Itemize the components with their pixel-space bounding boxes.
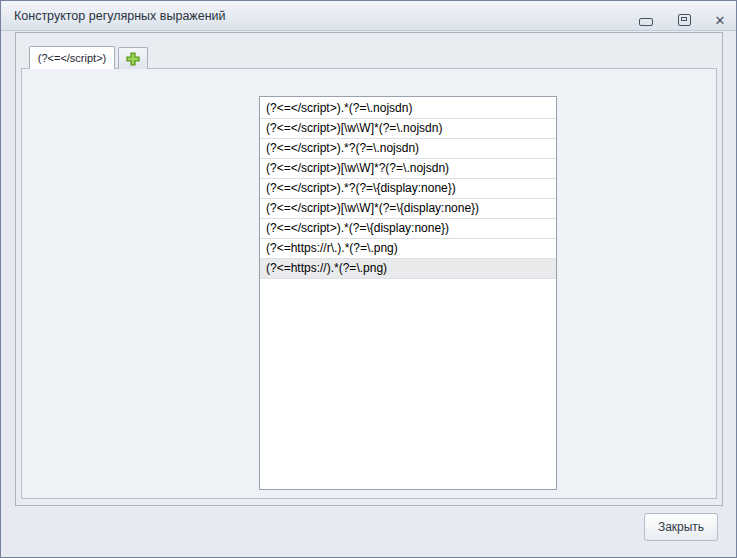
minimize-button[interactable] [637,12,655,28]
history-item[interactable]: (?<=https://).*(?=\.png) [260,259,556,279]
history-item[interactable]: (?<=</script>).*?(?=\{display:none}) [260,179,556,199]
history-item[interactable]: (?<=</script>).*(?=\{display:none}) [260,219,556,239]
regex-constructor-window: Конструктор регулярных выражений ✕ (?<=<… [0,0,737,558]
close-icon: ✕ [715,14,726,27]
restore-icon [678,14,691,26]
history-item[interactable]: (?<=</script>)[\w\W]*?(?=\.nojsdn) [260,159,556,179]
history-dropdown[interactable]: (?<=</script>).*(?=\.nojsdn)(?<=</script… [259,96,557,490]
plus-icon [125,51,141,67]
tab-regex[interactable]: (?<=</script>) [29,46,115,69]
window-title: Конструктор регулярных выражений [14,9,226,23]
close-button-titlebar[interactable]: ✕ [711,12,729,28]
minimize-icon [639,18,653,26]
add-tab-button[interactable] [118,47,148,69]
title-bar[interactable]: Конструктор регулярных выражений ✕ [1,1,736,31]
tab-label: (?<=</script>) [38,52,106,64]
history-item[interactable]: (?<=</script>).*(?=\.nojsdn) [260,99,556,119]
restore-button[interactable] [675,12,693,28]
history-item[interactable]: (?<=</script>).*?(?=\.nojsdn) [260,139,556,159]
close-button[interactable]: Закрыть [644,513,718,541]
history-item[interactable]: (?<=</script>)[\w\W]*(?=\{display:none}) [260,199,556,219]
history-item[interactable]: (?<=https://r\.).*(?=\.png) [260,239,556,259]
history-item[interactable]: (?<=</script>)[\w\W]*(?=\.nojsdn) [260,119,556,139]
